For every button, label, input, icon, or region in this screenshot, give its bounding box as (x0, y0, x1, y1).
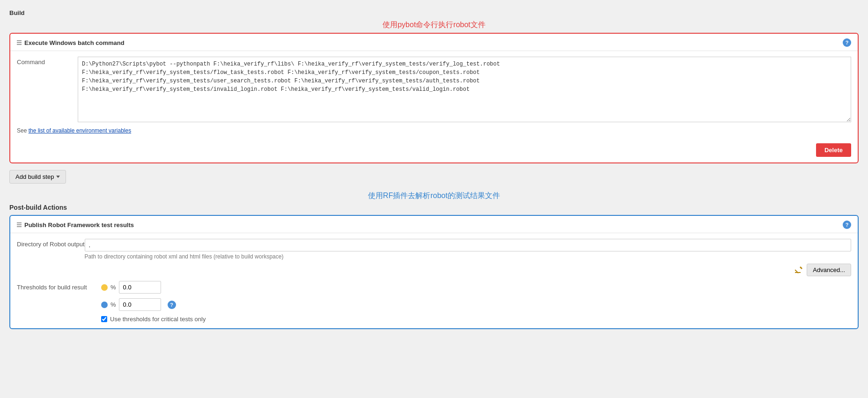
build-section: Build 使用pybot命令行执行robot文件 Execute Window… (9, 9, 859, 163)
edit-icon (794, 265, 804, 275)
build-card-body: Command D:\Python27\Scripts\pybot --pyth… (10, 51, 858, 140)
blue-percent-label: % (110, 301, 116, 308)
add-build-step-label: Add build step (15, 173, 54, 180)
post-build-section: 使用RF插件去解析robot的测试结果文件 Post-build Actions… (9, 191, 859, 329)
circle-yellow-icon (101, 284, 108, 291)
build-annotation: 使用pybot命令行执行robot文件 (9, 20, 859, 30)
build-section-title: Build (9, 9, 859, 16)
dir-label: Directory of Robot output (17, 239, 85, 248)
post-build-help-icon[interactable]: ? (843, 221, 851, 229)
add-build-step-button[interactable]: Add build step (9, 170, 66, 184)
dir-wrap: Path to directory containing robot xml a… (85, 239, 851, 260)
threshold-blue-row: % ? (101, 298, 851, 311)
build-card-title: Execute Windows batch command (24, 39, 125, 46)
command-label: Command (17, 57, 78, 66)
threshold-label: Thresholds for build result (17, 281, 101, 291)
command-textarea[interactable]: D:\Python27\Scripts\pybot --pythonpath F… (78, 57, 851, 122)
dir-input[interactable] (85, 239, 851, 251)
build-card: Execute Windows batch command ? Command … (9, 33, 859, 163)
build-card-header: Execute Windows batch command ? (10, 34, 858, 51)
post-build-card: Publish Robot Framework test results ? D… (9, 215, 859, 329)
grip-icon (17, 40, 22, 45)
command-form-row: Command D:\Python27\Scripts\pybot --pyth… (17, 57, 851, 124)
threshold-inputs: % % ? (101, 281, 851, 311)
critical-tests-row: Use thresholds for critical tests only (101, 316, 851, 323)
build-help-icon[interactable]: ? (843, 38, 851, 47)
build-card-footer: Delete (10, 140, 858, 162)
critical-tests-checkbox[interactable] (101, 316, 107, 322)
critical-tests-label: Use thresholds for critical tests only (110, 316, 206, 323)
svg-marker-2 (800, 266, 802, 269)
threshold-yellow-input[interactable] (119, 281, 161, 294)
post-build-card-title-area: Publish Robot Framework test results (17, 221, 134, 228)
dir-form-row: Directory of Robot output Path to direct… (17, 239, 851, 260)
env-link[interactable]: the list of available environment variab… (29, 127, 131, 134)
chevron-down-icon (56, 176, 60, 178)
threshold-blue-input[interactable] (119, 298, 161, 311)
dir-hint: Path to directory containing robot xml a… (85, 253, 851, 260)
delete-button[interactable]: Delete (816, 143, 851, 157)
advanced-button[interactable]: Advanced... (807, 264, 851, 276)
post-build-grip-icon (17, 222, 22, 227)
post-build-card-body: Directory of Robot output Path to direct… (10, 233, 858, 328)
post-build-annotation: 使用RF插件去解析robot的测试结果文件 (9, 191, 859, 201)
yellow-percent-label: % (110, 284, 116, 291)
env-link-row: See the list of available environment va… (17, 127, 851, 134)
post-build-section-title: Post-build Actions (9, 204, 859, 211)
command-wrap: D:\Python27\Scripts\pybot --pythonpath F… (78, 57, 851, 124)
circle-blue-icon (101, 302, 108, 308)
post-build-card-title: Publish Robot Framework test results (24, 221, 134, 228)
threshold-row: Thresholds for build result % % ? (17, 281, 851, 311)
build-card-title-area: Execute Windows batch command (17, 39, 125, 46)
post-build-card-header: Publish Robot Framework test results ? (10, 216, 858, 233)
add-step-area: Add build step (9, 170, 859, 187)
threshold-help-icon[interactable]: ? (168, 301, 176, 309)
advanced-row: Advanced... (17, 264, 851, 276)
threshold-yellow-row: % (101, 281, 851, 294)
